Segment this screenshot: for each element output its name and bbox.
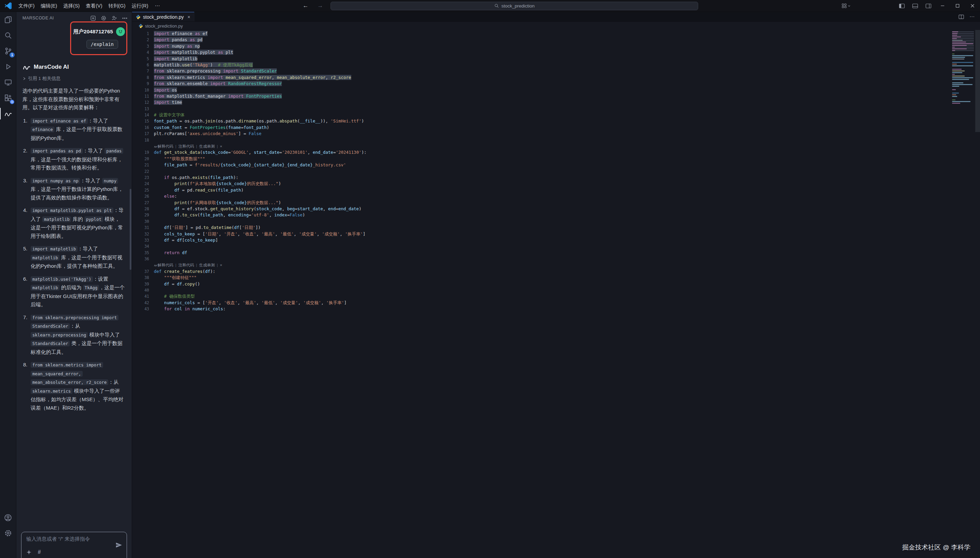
new-chat-icon[interactable] [90,15,96,21]
line-number[interactable]: 36 [132,256,149,262]
gear-icon[interactable] [101,15,107,21]
forward-arrow-icon[interactable]: → [317,2,323,9]
line-number[interactable]: 31 [132,225,149,231]
line-number[interactable]: 21 [132,162,149,168]
code-line[interactable]: import numpy as np [149,43,200,49]
toggle-panel-button[interactable] [909,0,922,12]
chat-input[interactable]: 输入消息或者 “/” 来选择指令 # [21,532,127,558]
activity-search[interactable] [0,28,16,43]
code-line[interactable]: for col in numeric_cols: [149,306,226,312]
code-line[interactable] [149,137,154,143]
profile-grid-button[interactable] [838,0,854,12]
line-number[interactable]: 1 [132,31,149,37]
codelens-action[interactable]: 生成单测 [199,143,215,149]
line-number[interactable]: 14 [132,112,149,118]
code-line[interactable]: matplotlib.use('TkAgg') # 使用TkAgg后端 [149,62,253,68]
line-number[interactable]: 3 [132,43,149,49]
codelens-action[interactable]: 注释代码 [178,262,194,268]
line-number[interactable]: 4 [132,49,149,56]
code-line[interactable]: plt.rcParams['axes.unicode_minus'] = Fal… [149,131,261,137]
line-number[interactable]: 10 [132,87,149,93]
editor-scrollbar[interactable] [975,30,980,558]
code-line[interactable]: df = df[cols_to_keep] [149,237,218,243]
line-number[interactable]: 40 [132,287,149,293]
code-line[interactable]: return df [149,250,187,256]
scrollbar-thumb[interactable] [975,30,980,132]
activity-explorer[interactable] [0,12,16,28]
line-number[interactable]: 32 [132,231,149,237]
line-number[interactable]: 12 [132,99,149,105]
code-line[interactable]: import pandas as pd [149,37,202,43]
minimize-button[interactable] [935,0,950,12]
activity-run-debug[interactable] [0,59,16,74]
maximize-button[interactable] [950,0,965,12]
close-window-button[interactable] [965,0,980,12]
menu-item[interactable]: 选择(S) [60,0,83,12]
line-number[interactable]: 30 [132,218,149,225]
activity-settings[interactable] [0,525,16,541]
code-line[interactable]: df = df.copy() [149,281,200,287]
code-line[interactable]: cols_to_keep = ['日期', '开盘', '收盘', '最高', … [149,231,366,237]
line-number[interactable]: 34 [132,243,149,249]
breadcrumb[interactable]: stock_prediction.py [132,22,980,30]
code-line[interactable]: # 设置中文字体 [149,112,184,118]
codelens-dismiss[interactable]: × [220,143,222,149]
send-button[interactable] [115,542,122,550]
code-line[interactable]: file_path = f'results/{stock_code}_{star… [149,162,346,168]
line-number[interactable]: 33 [132,237,149,243]
codelens-action[interactable]: 解释代码 [158,262,173,268]
activity-marscode-ai[interactable] [0,106,16,121]
code-line[interactable]: df.to_csv(file_path, encoding='utf-8', i… [149,212,305,218]
line-number[interactable]: 7 [132,68,149,74]
code-line[interactable]: numeric_cols = ['开盘', '收盘', '最高', '最低', … [149,300,347,306]
line-number[interactable]: 23 [132,174,149,181]
line-number[interactable]: 20 [132,156,149,162]
line-number[interactable]: 2 [132,37,149,43]
code-line[interactable]: import efinance as ef [149,31,208,37]
line-number[interactable]: 35 [132,250,149,256]
codelens-dismiss[interactable]: × [220,262,222,268]
line-number[interactable]: 37 [132,268,149,274]
line-number[interactable]: 42 [132,300,149,306]
code-line[interactable] [149,106,154,112]
back-arrow-icon[interactable]: ← [303,2,308,9]
code-line[interactable]: from sklearn.ensemble import RandomFores… [149,80,282,87]
code-line[interactable]: def get_stock_data(stock_code='GOOGL', s… [149,149,367,156]
reference-toggle[interactable]: 引用 1 相关信息 [23,75,125,82]
code-line[interactable]: df['日期'] = pd.to_datetime(df['日期']) [149,225,261,231]
search-bar[interactable]: stock_prediction [331,2,698,10]
line-number[interactable]: 22 [132,168,149,174]
line-number[interactable]: 28 [132,206,149,212]
line-number[interactable]: 43 [132,306,149,312]
code-line[interactable]: import matplotlib.pyplot as plt [149,49,233,56]
codelens-action[interactable]: 解释代码 [158,143,173,149]
line-number[interactable]: 29 [132,212,149,218]
line-number[interactable]: 13 [132,106,149,112]
line-number[interactable]: 38 [132,274,149,281]
code-line[interactable]: """获取股票数据""" [149,156,205,162]
line-number[interactable]: 25 [132,187,149,193]
code-line[interactable]: from sklearn.metrics import mean_squared… [149,74,351,80]
code-line[interactable] [149,168,154,174]
line-number[interactable]: 11 [132,93,149,99]
skills-sparkle-icon[interactable] [26,550,32,555]
split-editor-icon[interactable] [959,14,964,20]
code-line[interactable]: """创建特征""" [149,274,196,281]
code-line[interactable] [149,243,154,249]
line-number[interactable]: 6 [132,62,149,68]
code-line[interactable]: # 确保数值类型 [149,293,195,299]
line-number[interactable]: 5 [132,56,149,62]
line-number[interactable]: 15 [132,118,149,124]
code-line[interactable]: import matplotlib [149,56,197,62]
menu-overflow-button[interactable]: ⋯ [151,3,163,9]
code-line[interactable]: import os [149,87,177,93]
line-number[interactable]: 26 [132,193,149,199]
code-line[interactable]: def create_features(df): [149,268,215,274]
sidebar-scrollbar[interactable] [130,189,132,270]
line-number[interactable]: 9 [132,80,149,87]
code-line[interactable]: df = ef.stock.get_quote_history(stock_co… [149,206,362,212]
line-number[interactable]: 8 [132,74,149,80]
codelens-action[interactable]: 注释代码 [178,143,194,149]
codelens-action[interactable]: 生成单测 [199,262,215,268]
menu-item[interactable]: 查看(V) [83,0,105,12]
